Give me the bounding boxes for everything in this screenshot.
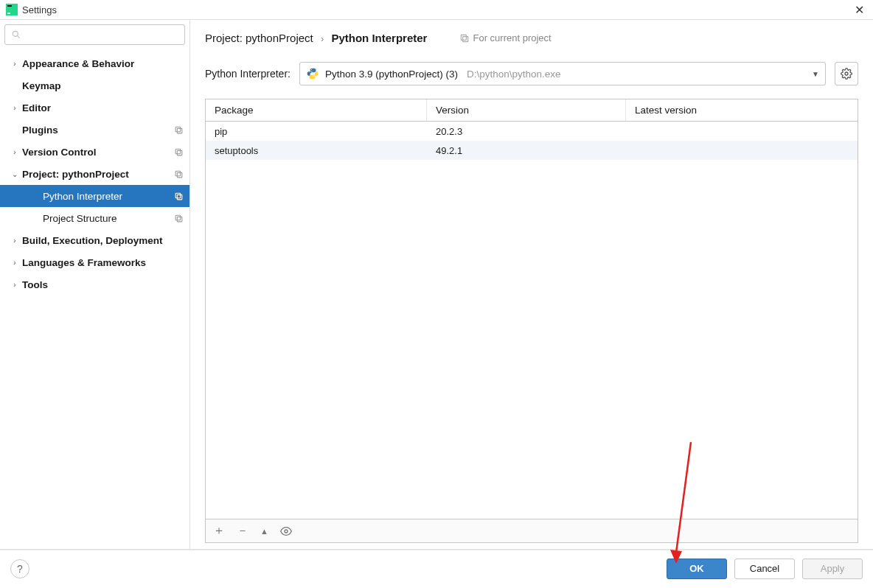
project-scope-icon — [174, 192, 184, 201]
table-row[interactable]: setuptools49.2.1 — [206, 141, 858, 160]
svg-point-18 — [285, 530, 288, 533]
sidebar-item-python-interpreter[interactable]: Python Interpreter — [0, 185, 189, 207]
col-version[interactable]: Version — [427, 99, 626, 121]
chevron-icon: › — [10, 237, 19, 245]
sidebar-item-build-execution-deployment[interactable]: ›Build, Execution, Deployment — [0, 229, 189, 251]
sidebar-item-keymap[interactable]: Keymap — [0, 74, 189, 97]
show-early-releases-button[interactable] — [280, 525, 292, 537]
sidebar-item-plugins[interactable]: Plugins — [0, 119, 189, 141]
sidebar-item-label: Plugins — [22, 125, 174, 136]
scope-hint-text: For current project — [473, 32, 551, 43]
breadcrumb-separator: › — [321, 33, 324, 44]
app-icon — [6, 4, 18, 15]
table-header-row: Package Version Latest version — [206, 99, 858, 122]
svg-rect-5 — [177, 128, 182, 133]
chevron-icon: ⌄ — [10, 170, 19, 178]
eye-icon — [280, 525, 292, 537]
svg-rect-11 — [177, 195, 182, 200]
svg-rect-14 — [175, 215, 181, 220]
breadcrumb-project[interactable]: Project: pythonProject — [205, 32, 313, 44]
interpreter-settings-button[interactable] — [835, 62, 858, 85]
sidebar-item-project-pythonproject[interactable]: ⌄Project: pythonProject — [0, 163, 189, 185]
interpreter-path: D:\python\python.exe — [467, 69, 561, 80]
chevron-icon: › — [10, 104, 19, 112]
cancel-button[interactable]: Cancel — [734, 559, 795, 579]
svg-line-4 — [18, 36, 20, 38]
sidebar-item-version-control[interactable]: ›Version Control — [0, 141, 189, 163]
scope-hint: For current project — [459, 32, 551, 43]
sidebar-item-label: Python Interpreter — [43, 191, 174, 202]
table-row[interactable]: pip20.2.3 — [206, 122, 858, 141]
svg-point-3 — [13, 31, 18, 36]
search-icon — [11, 29, 21, 40]
sidebar-item-label: Build, Execution, Deployment — [22, 235, 184, 246]
gear-icon — [841, 68, 852, 80]
chevron-icon: › — [10, 259, 19, 267]
search-input[interactable] — [26, 29, 178, 41]
cell-package: pip — [206, 126, 427, 137]
sidebar-item-label: Version Control — [22, 147, 174, 158]
interpreter-name: Python 3.9 (pythonProject) (3) — [325, 69, 458, 80]
titlebar: Settings ✕ — [0, 0, 873, 19]
window-close-button[interactable]: ✕ — [852, 3, 867, 17]
sidebar-item-label: Project Structure — [43, 213, 174, 224]
search-box[interactable] — [4, 24, 185, 45]
sidebar-item-label: Tools — [22, 279, 184, 290]
python-icon — [306, 67, 319, 80]
svg-rect-2 — [7, 13, 10, 14]
svg-rect-15 — [463, 36, 468, 41]
breadcrumb: Project: pythonProject › Python Interpre… — [205, 32, 427, 44]
sidebar-item-label: Project: pythonProject — [22, 169, 174, 180]
breadcrumb-current: Python Interpreter — [331, 32, 427, 44]
chevron-icon: › — [10, 148, 19, 156]
svg-rect-9 — [177, 172, 182, 178]
sidebar-item-project-structure[interactable]: Project Structure — [0, 207, 189, 229]
chevron-icon: › — [10, 281, 19, 289]
project-scope-icon — [174, 169, 184, 179]
project-scope-icon — [174, 214, 184, 223]
svg-rect-12 — [175, 193, 181, 198]
upgrade-package-button[interactable]: ▲ — [260, 527, 268, 536]
add-package-button[interactable]: ＋ — [213, 523, 225, 539]
svg-rect-16 — [462, 35, 467, 40]
packages-toolbar: ＋ － ▲ — [206, 519, 858, 542]
table-body: pip20.2.3setuptools49.2.1 — [206, 122, 858, 519]
settings-content: Project: pythonProject › Python Interpre… — [190, 20, 873, 549]
dialog-footer: ? OK Cancel Apply — [0, 550, 873, 587]
window-title: Settings — [22, 4, 57, 15]
svg-rect-10 — [175, 171, 181, 176]
svg-rect-13 — [177, 217, 182, 222]
sidebar-item-editor[interactable]: ›Editor — [0, 97, 189, 119]
chevron-down-icon: ▼ — [812, 70, 819, 78]
sidebar-item-tools[interactable]: ›Tools — [0, 273, 189, 295]
svg-rect-6 — [175, 127, 181, 132]
sidebar-item-appearance-behavior[interactable]: ›Appearance & Behavior — [0, 52, 189, 74]
project-scope-icon — [174, 125, 184, 135]
col-latest[interactable]: Latest version — [626, 99, 858, 121]
help-button[interactable]: ? — [10, 559, 29, 578]
apply-button[interactable]: Apply — [802, 559, 863, 579]
sidebar-item-label: Keymap — [22, 80, 184, 91]
cell-version: 49.2.1 — [427, 145, 626, 156]
col-package[interactable]: Package — [206, 99, 427, 121]
remove-package-button[interactable]: － — [237, 523, 248, 539]
svg-rect-7 — [177, 150, 182, 155]
ok-button[interactable]: OK — [667, 559, 727, 579]
svg-rect-1 — [7, 5, 12, 7]
sidebar-item-label: Editor — [22, 102, 184, 113]
project-scope-icon — [174, 147, 184, 157]
interpreter-label: Python Interpreter: — [205, 68, 291, 80]
svg-point-17 — [845, 72, 848, 75]
chevron-icon: › — [10, 60, 19, 68]
settings-sidebar: ›Appearance & BehaviorKeymap›EditorPlugi… — [0, 20, 190, 549]
svg-rect-8 — [175, 149, 181, 154]
sidebar-item-label: Appearance & Behavior — [22, 58, 184, 69]
settings-tree: ›Appearance & BehaviorKeymap›EditorPlugi… — [0, 49, 189, 549]
packages-table: Package Version Latest version pip20.2.3… — [205, 99, 858, 543]
cell-version: 20.2.3 — [427, 126, 626, 137]
cell-package: setuptools — [206, 145, 427, 156]
sidebar-item-languages-frameworks[interactable]: ›Languages & Frameworks — [0, 251, 189, 273]
interpreter-dropdown[interactable]: Python 3.9 (pythonProject) (3) D:\python… — [299, 62, 826, 85]
sidebar-item-label: Languages & Frameworks — [22, 257, 184, 268]
copy-icon — [459, 33, 470, 43]
